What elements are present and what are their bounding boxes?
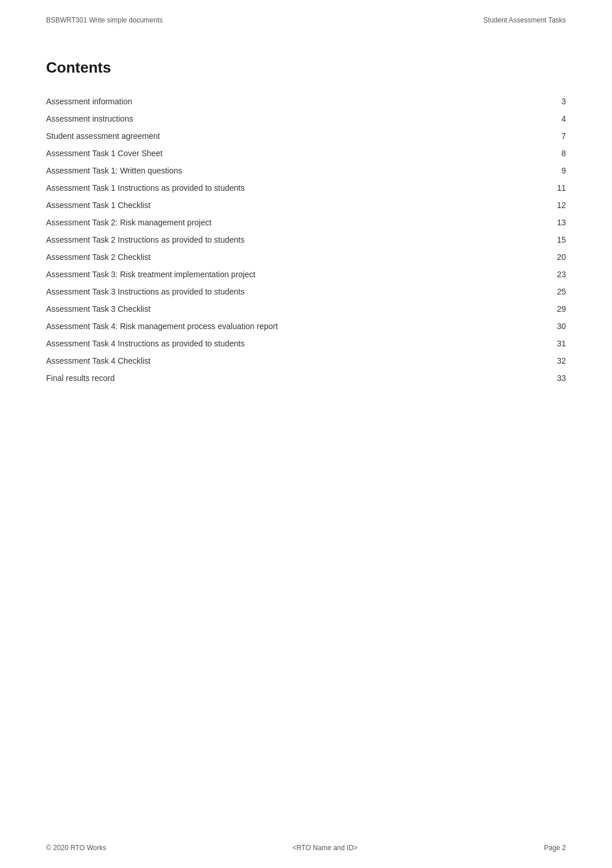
toc-item-page: 9	[488, 162, 566, 179]
toc-row: Assessment Task 1 Instructions as provid…	[46, 179, 566, 197]
page-header: BSBWRT301 Write simple documents Student…	[0, 0, 612, 36]
toc-item-label: Assessment Task 1 Checklist	[46, 197, 488, 214]
toc-row: Assessment Task 1 Checklist12	[46, 197, 566, 214]
page-title: Contents	[46, 59, 566, 77]
footer-left: © 2020 RTO Works	[46, 844, 106, 852]
toc-item-page: 15	[488, 231, 566, 248]
toc-row: Assessment Task 2 Checklist20	[46, 248, 566, 266]
toc-row: Assessment Task 1 Cover Sheet8	[46, 145, 566, 162]
toc-row: Assessment Task 4 Checklist32	[46, 352, 566, 369]
toc-item-page: 11	[488, 179, 566, 197]
toc-item-label: Final results record	[46, 369, 488, 387]
main-content: Contents Assessment information3Assessme…	[0, 36, 612, 433]
toc-row: Assessment Task 3 Instructions as provid…	[46, 283, 566, 300]
toc-item-page: 31	[488, 335, 566, 352]
toc-item-label: Assessment Task 2 Instructions as provid…	[46, 231, 488, 248]
toc-row: Assessment instructions4	[46, 110, 566, 127]
toc-item-label: Student assessment agreement	[46, 127, 488, 145]
toc-item-label: Assessment Task 4: Risk management proce…	[46, 318, 488, 335]
toc-item-page: 33	[488, 369, 566, 387]
toc-item-page: 13	[488, 214, 566, 231]
toc-item-label: Assessment Task 1 Cover Sheet	[46, 145, 488, 162]
page-footer: © 2020 RTO Works <RTO Name and ID> Page …	[0, 844, 612, 852]
toc-item-page: 4	[488, 110, 566, 127]
header-right: Student Assessment Tasks	[483, 16, 566, 24]
page: BSBWRT301 Write simple documents Student…	[0, 0, 612, 868]
toc-item-page: 23	[488, 266, 566, 283]
toc-item-page: 25	[488, 283, 566, 300]
toc-item-page: 30	[488, 318, 566, 335]
toc-row: Assessment Task 3 Checklist29	[46, 300, 566, 318]
toc-table: Assessment information3Assessment instru…	[46, 93, 566, 387]
toc-item-label: Assessment Task 1 Instructions as provid…	[46, 179, 488, 197]
toc-item-page: 7	[488, 127, 566, 145]
toc-item-label: Assessment instructions	[46, 110, 488, 127]
toc-row: Final results record33	[46, 369, 566, 387]
toc-row: Assessment Task 2 Instructions as provid…	[46, 231, 566, 248]
toc-item-page: 32	[488, 352, 566, 369]
toc-item-page: 3	[488, 93, 566, 110]
toc-row: Assessment Task 4 Instructions as provid…	[46, 335, 566, 352]
toc-row: Student assessment agreement7	[46, 127, 566, 145]
toc-row: Assessment Task 1: Written questions9	[46, 162, 566, 179]
toc-item-label: Assessment Task 3 Instructions as provid…	[46, 283, 488, 300]
toc-item-page: 12	[488, 197, 566, 214]
footer-right: Page 2	[544, 844, 566, 852]
toc-item-label: Assessment information	[46, 93, 488, 110]
toc-item-label: Assessment Task 4 Instructions as provid…	[46, 335, 488, 352]
toc-row: Assessment Task 2: Risk management proje…	[46, 214, 566, 231]
toc-item-label: Assessment Task 4 Checklist	[46, 352, 488, 369]
toc-item-page: 29	[488, 300, 566, 318]
toc-item-label: Assessment Task 1: Written questions	[46, 162, 488, 179]
footer-center: <RTO Name and ID>	[293, 844, 358, 852]
toc-row: Assessment information3	[46, 93, 566, 110]
toc-row: Assessment Task 3: Risk treatment implem…	[46, 266, 566, 283]
toc-item-label: Assessment Task 3 Checklist	[46, 300, 488, 318]
header-left: BSBWRT301 Write simple documents	[46, 16, 163, 24]
toc-row: Assessment Task 4: Risk management proce…	[46, 318, 566, 335]
toc-item-label: Assessment Task 2: Risk management proje…	[46, 214, 488, 231]
toc-item-page: 8	[488, 145, 566, 162]
toc-item-label: Assessment Task 3: Risk treatment implem…	[46, 266, 488, 283]
toc-item-page: 20	[488, 248, 566, 266]
toc-item-label: Assessment Task 2 Checklist	[46, 248, 488, 266]
